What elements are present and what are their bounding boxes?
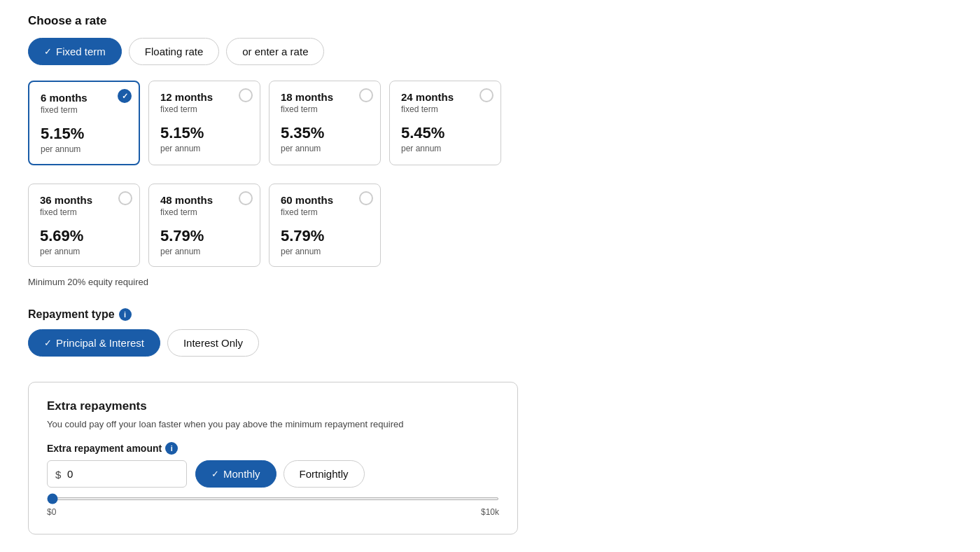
term-card-6m[interactable]: 6 months fixed term 5.15% per annum bbox=[28, 81, 140, 165]
radio-24m bbox=[479, 88, 493, 102]
extra-repayments-title: Extra repayments bbox=[47, 399, 499, 413]
monthly-button[interactable]: ✓ Monthly bbox=[195, 460, 276, 488]
extra-amount-input-wrapper: $ bbox=[47, 460, 187, 488]
term-label-6m: 6 months bbox=[41, 92, 127, 104]
term-sub-18m: fixed term bbox=[281, 104, 369, 114]
extra-amount-input[interactable] bbox=[47, 460, 187, 488]
input-freq-row: $ ✓ Monthly Fortnightly bbox=[47, 460, 499, 488]
radio-60m bbox=[359, 191, 373, 205]
rate-sub-6m: per annum bbox=[41, 144, 127, 154]
repayment-type-section: Repayment type i ✓ Principal & Interest … bbox=[28, 308, 952, 357]
repayment-type-title: Repayment type i bbox=[28, 308, 952, 321]
slider-section: $0 $10k bbox=[47, 490, 499, 517]
rate-36m: 5.69% bbox=[40, 227, 128, 245]
slider-min-label: $0 bbox=[47, 507, 56, 517]
rate-type-group: ✓ Fixed term Floating rate or enter a ra… bbox=[28, 38, 952, 65]
repayment-type-group: ✓ Principal & Interest Interest Only bbox=[28, 329, 952, 357]
term-card-12m[interactable]: 12 months fixed term 5.15% per annum bbox=[148, 81, 260, 165]
rate-60m: 5.79% bbox=[281, 227, 369, 245]
rate-12m: 5.15% bbox=[160, 124, 248, 142]
extra-amount-info-icon[interactable]: i bbox=[165, 442, 178, 455]
fortnightly-button[interactable]: Fortnightly bbox=[284, 460, 365, 488]
rate-sub-18m: per annum bbox=[281, 144, 369, 153]
choose-rate-section: Choose a rate ✓ Fixed term Floating rate… bbox=[28, 14, 952, 287]
rate-sub-36m: per annum bbox=[40, 247, 128, 256]
radio-12m bbox=[239, 88, 253, 102]
principal-check-icon: ✓ bbox=[44, 338, 52, 348]
slider-labels: $0 $10k bbox=[47, 507, 499, 517]
rate-24m: 5.45% bbox=[401, 124, 489, 142]
term-label-18m: 18 months bbox=[281, 91, 369, 103]
equity-note: Minimum 20% equity required bbox=[28, 277, 952, 287]
radio-36m bbox=[118, 191, 132, 205]
term-card-60m[interactable]: 60 months fixed term 5.79% per annum bbox=[269, 184, 381, 267]
interest-only-button[interactable]: Interest Only bbox=[167, 329, 259, 357]
slider-wrapper bbox=[47, 490, 499, 503]
term-label-36m: 36 months bbox=[40, 194, 128, 206]
term-cards-row1: 6 months fixed term 5.15% per annum 12 m… bbox=[28, 81, 952, 174]
term-label-48m: 48 months bbox=[160, 194, 248, 206]
choose-rate-title: Choose a rate bbox=[28, 14, 952, 28]
extra-amount-slider[interactable] bbox=[47, 497, 499, 500]
radio-18m bbox=[359, 88, 373, 102]
extra-repayments-description: You could pay off your loan faster when … bbox=[47, 419, 499, 429]
term-label-24m: 24 months bbox=[401, 91, 489, 103]
term-sub-24m: fixed term bbox=[401, 104, 489, 114]
term-label-12m: 12 months bbox=[160, 91, 248, 103]
term-sub-6m: fixed term bbox=[41, 105, 127, 115]
rate-48m: 5.79% bbox=[160, 227, 248, 245]
rate-6m: 5.15% bbox=[41, 125, 127, 143]
rate-sub-48m: per annum bbox=[160, 247, 248, 256]
term-card-48m[interactable]: 48 months fixed term 5.79% per annum bbox=[148, 184, 260, 267]
principal-interest-button[interactable]: ✓ Principal & Interest bbox=[28, 329, 160, 357]
term-card-18m[interactable]: 18 months fixed term 5.35% per annum bbox=[269, 81, 381, 165]
term-sub-60m: fixed term bbox=[281, 207, 369, 217]
floating-rate-button[interactable]: Floating rate bbox=[129, 38, 219, 65]
rate-sub-12m: per annum bbox=[160, 144, 248, 153]
rate-18m: 5.35% bbox=[281, 124, 369, 142]
term-card-24m[interactable]: 24 months fixed term 5.45% per annum bbox=[389, 81, 501, 165]
term-card-36m[interactable]: 36 months fixed term 5.69% per annum bbox=[28, 184, 140, 267]
dollar-sign: $ bbox=[55, 468, 61, 480]
enter-rate-button[interactable]: or enter a rate bbox=[226, 38, 324, 65]
extra-amount-label: Extra repayment amount i bbox=[47, 442, 499, 455]
term-sub-48m: fixed term bbox=[160, 207, 248, 217]
slider-max-label: $10k bbox=[481, 507, 499, 517]
term-sub-12m: fixed term bbox=[160, 104, 248, 114]
rate-sub-60m: per annum bbox=[281, 247, 369, 256]
rate-sub-24m: per annum bbox=[401, 144, 489, 153]
term-cards-row2: 36 months fixed term 5.69% per annum 48 … bbox=[28, 184, 952, 267]
extra-repayments-card: Extra repayments You could pay off your … bbox=[28, 382, 518, 534]
radio-48m bbox=[239, 191, 253, 205]
check-icon: ✓ bbox=[44, 46, 52, 57]
term-label-60m: 60 months bbox=[281, 194, 369, 206]
fixed-term-button[interactable]: ✓ Fixed term bbox=[28, 38, 122, 65]
monthly-check-icon: ✓ bbox=[211, 469, 219, 479]
term-sub-36m: fixed term bbox=[40, 207, 128, 217]
repayment-info-icon[interactable]: i bbox=[119, 308, 132, 321]
frequency-group: ✓ Monthly Fortnightly bbox=[195, 460, 365, 488]
radio-6m bbox=[118, 89, 132, 103]
extra-amount-block: Extra repayment amount i $ ✓ Monthly For… bbox=[47, 442, 499, 488]
